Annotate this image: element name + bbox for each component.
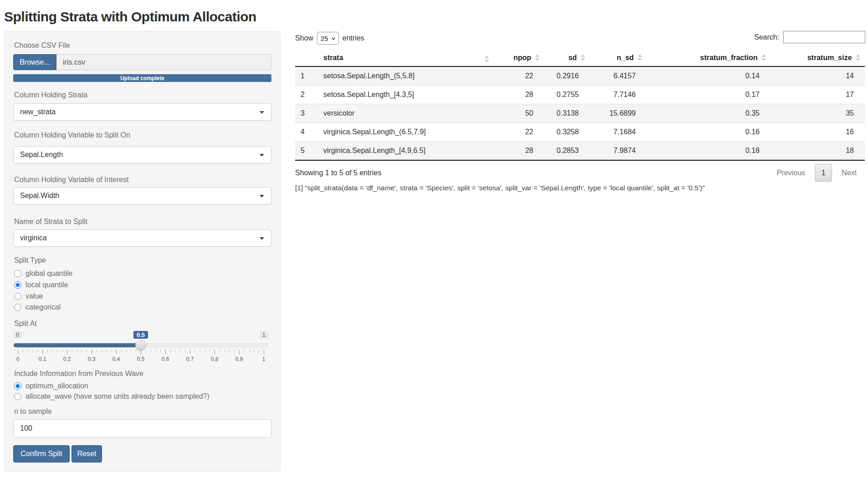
slider-max-badge: 1 [260, 331, 268, 339]
slider-value-badge: 0.5 [133, 331, 148, 339]
show-entries-select[interactable]: 25 ∨ [317, 32, 339, 45]
chevron-down-icon [260, 237, 264, 240]
radio-categorical[interactable] [14, 304, 21, 311]
slider-track[interactable] [13, 343, 268, 347]
strata-to-split-label: Name of Strata to Split [14, 218, 87, 226]
sort-icon [638, 54, 642, 61]
column-header-strata[interactable]: strata [319, 50, 493, 66]
search-input[interactable] [783, 31, 865, 43]
radio-allocate-wave[interactable] [14, 393, 21, 400]
show-entries-control: Show 25 ∨ entries [295, 32, 364, 45]
table-pagination: Previous 1 Next [777, 164, 857, 182]
split-at-label: Split At [14, 320, 37, 328]
sort-icon [761, 54, 766, 61]
n-to-sample-input[interactable] [13, 419, 271, 437]
split-strata-output-text: [1] "split_strata(data = 'df_name', stra… [295, 184, 705, 192]
file-input-label: Choose CSV File [14, 41, 70, 50]
select-split-variable[interactable]: Sepal.Length [13, 146, 271, 163]
reset-button[interactable]: Reset [71, 445, 102, 463]
slider-tick-label: 0.4 [112, 356, 120, 362]
strata-cell: setosa.Sepal.Length_[4.3,5] [319, 86, 493, 104]
radio-global-quantile[interactable] [14, 270, 21, 277]
column-header-stratum-fraction[interactable]: stratum_fraction [647, 50, 771, 66]
chevron-down-icon [260, 111, 264, 114]
chevron-down-icon [260, 195, 264, 198]
radio-row-optimum-allocation: optimum_allocation [14, 381, 88, 391]
radio-row-local-quantile: local quantile [14, 280, 68, 290]
radio-local-quantile[interactable] [14, 281, 21, 289]
slider-tick-label: 0.7 [186, 356, 194, 362]
strata-column-label: Column Holding Strata [14, 91, 87, 99]
next-page-button[interactable]: Next [842, 169, 857, 177]
slider-tick-label: 0.8 [211, 356, 219, 362]
strata-cell: setosa.Sepal.Length_(5,5.8] [319, 66, 493, 86]
confirm-split-button[interactable]: Confirm Split [13, 445, 70, 463]
select-interest-variable[interactable]: Sepal.Width [13, 187, 271, 204]
file-input: Browse... iris.csv [13, 54, 271, 70]
split-at-slider: 0 1 0.5 0 0.1 0.2 0.3 0.4 0.5 0.6 0.7 0.… [13, 331, 268, 362]
select-column-strata[interactable]: new_strata [13, 103, 271, 121]
radio-row-value: value [14, 291, 43, 301]
slider-tick-label: 1 [262, 356, 266, 362]
table-header-row: strata npop sd n_sd stratum_fraction [295, 50, 865, 66]
slider-grid: 0 0.1 0.2 0.3 0.4 0.5 0.6 0.7 0.8 0.9 1 [18, 350, 264, 352]
interest-variable-label: Column Holding Variable of Interest [14, 176, 128, 184]
table-search-control: Search: [754, 31, 865, 43]
strata-cell: virginica.Sepal.Length_[4.9,6.5] [319, 142, 493, 161]
entries-label: entries [342, 34, 364, 42]
sidebar-panel: Choose CSV File Browse... iris.csv Uploa… [4, 31, 281, 472]
radio-value[interactable] [14, 293, 21, 300]
column-header-npop[interactable]: npop [493, 50, 544, 66]
sort-icon [856, 54, 860, 61]
strata-cell: virginica.Sepal.Length_(6.5,7.9] [319, 123, 493, 142]
table-row[interactable]: 4 virginica.Sepal.Length_(6.5,7.9] 22 0.… [295, 123, 865, 142]
show-label: Show [295, 34, 313, 42]
radio-value-label: value [26, 292, 43, 300]
table-info: Showing 1 to 5 of 5 entries [295, 169, 381, 177]
sort-icon [485, 56, 489, 62]
slider-min-badge: 0 [13, 331, 22, 339]
slider-tick-label: 0.2 [63, 356, 71, 362]
slider-tick-label: 0.6 [162, 356, 169, 362]
page-1-button[interactable]: 1 [815, 164, 832, 182]
split-type-label: Split Type [14, 256, 46, 264]
column-header-stratum-size[interactable]: stratum_size [771, 50, 865, 66]
table-row[interactable]: 5 virginica.Sepal.Length_[4.9,6.5] 28 0.… [295, 142, 865, 161]
slider-tick-label: 0 [16, 356, 20, 362]
show-entries-value: 25 [321, 35, 328, 42]
strata-cell: versicolor [319, 104, 493, 123]
select-strata-to-split[interactable]: virginica [13, 229, 271, 247]
slider-tick-label: 0.1 [39, 356, 46, 362]
slider-tick-label: 0.9 [235, 356, 243, 362]
radio-row-allocate-wave: allocate_wave (have some units already b… [14, 391, 209, 402]
chevron-down-icon: ∨ [331, 36, 336, 41]
column-header-sd[interactable]: sd [544, 50, 590, 66]
slider-fill [14, 343, 141, 347]
slider-tick-label: 0.5 [137, 356, 145, 362]
radio-global-quantile-label: global quantile [26, 269, 72, 278]
table-row[interactable]: 1 setosa.Sepal.Length_(5,5.8] 22 0.2916 … [295, 66, 865, 86]
select-interest-variable-value: Sepal.Width [20, 192, 59, 200]
table-row[interactable]: 3 versicolor 50 0.3138 15.6899 0.35 35 [295, 104, 865, 123]
chevron-down-icon [260, 154, 264, 157]
split-variable-label: Column Holding Variable to Split On [14, 131, 130, 139]
radio-local-quantile-label: local quantile [26, 281, 68, 289]
browse-button[interactable]: Browse... [13, 54, 56, 70]
column-header-rownames[interactable] [295, 50, 319, 66]
sort-icon [581, 54, 585, 61]
radio-categorical-label: categorical [26, 303, 61, 311]
previous-wave-label: Include Information from Previous Wave [14, 370, 143, 378]
upload-progress-bar: Upload complete [13, 74, 271, 82]
slider-tick-label: 0.3 [88, 356, 96, 362]
previous-page-button[interactable]: Previous [777, 169, 805, 177]
sort-icon [535, 54, 540, 61]
radio-optimum-allocation[interactable] [14, 382, 21, 390]
radio-optimum-allocation-label: optimum_allocation [26, 382, 88, 390]
column-header-n-sd[interactable]: n_sd [590, 50, 647, 66]
page-title: Splitting Strata with Optimum Allocation [4, 9, 256, 25]
table-row[interactable]: 2 setosa.Sepal.Length_[4.3,5] 28 0.2755 … [295, 86, 865, 104]
file-name-box: iris.csv [56, 54, 271, 70]
select-strata-to-split-value: virginica [20, 234, 47, 242]
radio-row-categorical: categorical [14, 302, 61, 312]
radio-row-global-quantile: global quantile [14, 269, 72, 279]
